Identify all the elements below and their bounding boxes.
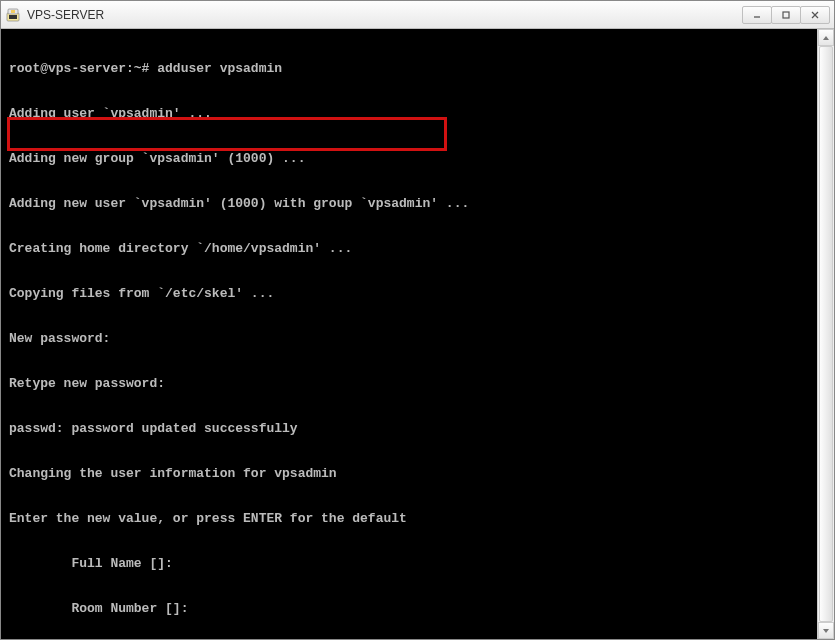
terminal-line: New password: — [9, 331, 828, 346]
terminal-line: Full Name []: — [9, 556, 828, 571]
terminal-line: Changing the user information for vpsadm… — [9, 466, 828, 481]
minimize-button[interactable] — [742, 6, 772, 24]
svg-rect-2 — [8, 9, 18, 14]
svg-rect-6 — [783, 12, 789, 18]
terminal-line: Adding new user `vpsadmin' (1000) with g… — [9, 196, 828, 211]
scrollbar[interactable] — [817, 29, 834, 639]
terminal-line: Adding new group `vpsadmin' (1000) ... — [9, 151, 828, 166]
titlebar[interactable]: VPS-SERVER — [1, 1, 834, 29]
terminal-line: Adding user `vpsadmin' ... — [9, 106, 828, 121]
terminal-output: root@vps-server:~# adduser vpsadmin Addi… — [9, 31, 828, 639]
terminal-line: Room Number []: — [9, 601, 828, 616]
terminal-line: Copying files from `/etc/skel' ... — [9, 286, 828, 301]
app-icon — [5, 7, 21, 23]
terminal-line: root@vps-server:~# adduser vpsadmin — [9, 61, 828, 76]
terminal-line: Enter the new value, or press ENTER for … — [9, 511, 828, 526]
terminal-line: passwd: password updated successfully — [9, 421, 828, 436]
terminal-line: Retype new password: — [9, 376, 828, 391]
scroll-down-icon[interactable] — [818, 622, 834, 639]
terminal-area[interactable]: root@vps-server:~# adduser vpsadmin Addi… — [1, 29, 834, 639]
terminal-window: VPS-SERVER root@vps-server:~# adduser vp… — [0, 0, 835, 640]
svg-marker-9 — [823, 36, 829, 40]
svg-marker-10 — [823, 629, 829, 633]
scroll-thumb[interactable] — [819, 46, 833, 622]
terminal-line: Creating home directory `/home/vpsadmin'… — [9, 241, 828, 256]
maximize-button[interactable] — [771, 6, 801, 24]
window-controls — [742, 6, 830, 24]
window-title: VPS-SERVER — [27, 8, 742, 22]
scroll-track[interactable] — [818, 46, 834, 622]
scroll-up-icon[interactable] — [818, 29, 834, 46]
close-button[interactable] — [800, 6, 830, 24]
svg-rect-1 — [9, 15, 17, 19]
